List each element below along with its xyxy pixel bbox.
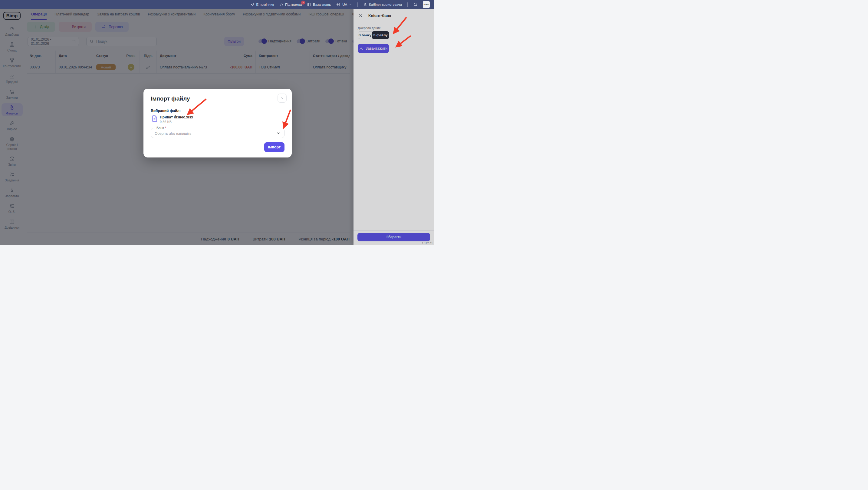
bank-select-field[interactable]: Банк * Оберіть або напишіть [151, 126, 284, 138]
import-button[interactable]: Імпорт [264, 142, 285, 152]
upload-button[interactable]: Завантажити [358, 44, 389, 53]
person-icon [363, 3, 367, 7]
e-assistant-menu-item[interactable]: Е-помічник [251, 3, 274, 7]
user-cabinet-label: Кабінет користувача [369, 3, 402, 6]
bank-field-label: Банк * [155, 126, 167, 129]
selected-file-row: Приват бізнес.xlsx 9.86 KB [151, 115, 284, 123]
notifications-bell-button[interactable] [413, 2, 417, 7]
topbar-divider [358, 2, 358, 7]
topbar: Е-помічник Підтримка 1 База знань UA Каб… [0, 0, 434, 9]
chevron-down-icon[interactable] [276, 131, 281, 135]
language-code: UA [342, 3, 347, 6]
modal-close-button[interactable] [278, 93, 287, 103]
globe-icon [336, 2, 340, 7]
knowledge-base-menu-item[interactable]: База знань [307, 3, 331, 7]
panel-title: Клієнт-банк [368, 13, 391, 18]
file-name: Приват бізнес.xlsx [160, 115, 193, 119]
panel-body: Джерело даних З банку З файлу Завантажит… [353, 22, 434, 57]
support-menu-item[interactable]: Підтримка 1 [279, 3, 302, 7]
data-source-label: Джерело даних [358, 26, 430, 30]
user-cabinet-menu-item[interactable]: Кабінет користувача [363, 3, 402, 7]
file-document-icon [152, 115, 157, 122]
language-selector[interactable]: UA [336, 2, 352, 7]
download-icon [359, 47, 363, 51]
headset-icon [279, 3, 283, 7]
e-assistant-label: Е-помічник [256, 3, 274, 6]
data-source-segmented-control: З банку З файлу [358, 31, 389, 39]
demo-label: DEMO [424, 4, 429, 5]
required-asterisk: * [165, 126, 166, 129]
demo-account-chip[interactable]: DEMO [423, 1, 430, 8]
book-icon [307, 3, 311, 7]
support-notification-badge: 1 [301, 1, 305, 4]
client-bank-panel: Клієнт-банк Джерело даних З банку З файл… [353, 9, 434, 245]
panel-header: Клієнт-банк [353, 9, 434, 22]
modal-title: Імпорт файлу [151, 95, 284, 102]
topbar-divider [407, 2, 408, 7]
selected-file-label: Вибраний файл: [151, 109, 284, 113]
bell-icon [413, 2, 417, 7]
import-file-modal: Імпорт файлу Вибраний файл: Приват бізне… [144, 89, 292, 157]
bank-select-placeholder: Оберіть або напишіть [155, 132, 191, 136]
chevron-down-icon [349, 3, 352, 6]
panel-footer: Зберегти 1.117.31 [353, 230, 434, 241]
close-icon [281, 96, 284, 100]
nav-arrow-icon [251, 3, 254, 7]
close-icon[interactable] [358, 13, 363, 18]
segment-from-file[interactable]: З файлу [372, 31, 389, 39]
app-version: 1.117.31 [422, 241, 433, 245]
segment-from-bank[interactable]: З банку [358, 31, 372, 39]
file-size: 9.86 KB [160, 120, 193, 123]
file-meta: Приват бізнес.xlsx 9.86 KB [160, 115, 193, 123]
knowledge-base-label: База знань [313, 3, 331, 6]
save-button[interactable]: Зберегти [358, 233, 430, 241]
support-label: Підтримка [285, 3, 302, 6]
